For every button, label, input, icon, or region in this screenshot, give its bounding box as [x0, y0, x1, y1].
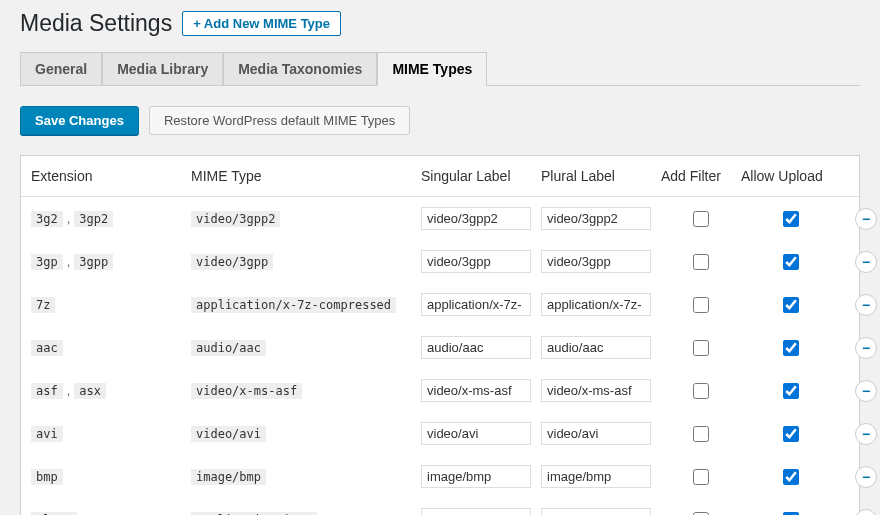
mime-cell: video/3gpp2: [191, 211, 421, 227]
allow-upload-checkbox[interactable]: [783, 383, 799, 399]
extension-tag: 3gp: [31, 254, 63, 270]
singular-label-input[interactable]: [421, 422, 531, 445]
mime-cell: video/3gpp: [191, 254, 421, 270]
remove-row-button[interactable]: −: [855, 466, 877, 488]
extension-tag: class: [31, 512, 77, 516]
remove-row-button[interactable]: −: [855, 509, 877, 516]
col-plural: Plural Label: [541, 168, 661, 184]
table-row: aacaudio/aac−: [21, 326, 859, 369]
add-filter-checkbox[interactable]: [693, 383, 709, 399]
allow-upload-checkbox[interactable]: [783, 512, 799, 516]
plural-label-input[interactable]: [541, 422, 651, 445]
extension-tag: 3gp2: [74, 211, 113, 227]
mime-cell: image/bmp: [191, 469, 421, 485]
table-row: classapplication/java−: [21, 498, 859, 515]
extension-cell: aac: [31, 340, 191, 356]
col-upload: Allow Upload: [741, 168, 841, 184]
mime-tag: video/avi: [191, 426, 266, 442]
extension-tag: bmp: [31, 469, 63, 485]
allow-upload-checkbox[interactable]: [783, 297, 799, 313]
mime-cell: application/java: [191, 512, 421, 516]
plural-label-input[interactable]: [541, 508, 651, 515]
extension-tag: asx: [74, 383, 106, 399]
allow-upload-checkbox[interactable]: [783, 340, 799, 356]
extension-cell: 7z: [31, 297, 191, 313]
plural-label-input[interactable]: [541, 293, 651, 316]
col-extension: Extension: [31, 168, 191, 184]
table-row: 3g2,3gp2video/3gpp2−: [21, 197, 859, 240]
extension-tag: avi: [31, 426, 63, 442]
mime-cell: video/x-ms-asf: [191, 383, 421, 399]
singular-label-input[interactable]: [421, 465, 531, 488]
col-mime: MIME Type: [191, 168, 421, 184]
add-filter-checkbox[interactable]: [693, 512, 709, 516]
table-row: asf,asxvideo/x-ms-asf−: [21, 369, 859, 412]
singular-label-input[interactable]: [421, 336, 531, 359]
plural-label-input[interactable]: [541, 207, 651, 230]
mime-tag: image/bmp: [191, 469, 266, 485]
extension-tag: asf: [31, 383, 63, 399]
allow-upload-checkbox[interactable]: [783, 469, 799, 485]
extension-cell: 3gp,3gpp: [31, 254, 191, 270]
singular-label-input[interactable]: [421, 250, 531, 273]
page-title: Media Settings: [20, 10, 172, 37]
extension-cell: class: [31, 512, 191, 516]
save-changes-button[interactable]: Save Changes: [20, 106, 139, 135]
tab-media-library[interactable]: Media Library: [102, 52, 223, 85]
tab-nav: GeneralMedia LibraryMedia TaxonomiesMIME…: [20, 52, 860, 86]
extension-cell: 3g2,3gp2: [31, 211, 191, 227]
extension-cell: asf,asx: [31, 383, 191, 399]
table-row: avivideo/avi−: [21, 412, 859, 455]
mime-types-table: Extension MIME Type Singular Label Plura…: [20, 155, 860, 515]
mime-cell: application/x-7z-compressed: [191, 297, 421, 313]
remove-row-button[interactable]: −: [855, 423, 877, 445]
extension-tag: 7z: [31, 297, 55, 313]
tab-mime-types[interactable]: MIME Types: [377, 52, 487, 86]
plural-label-input[interactable]: [541, 250, 651, 273]
extension-tag: 3gpp: [74, 254, 113, 270]
mime-cell: audio/aac: [191, 340, 421, 356]
remove-row-button[interactable]: −: [855, 294, 877, 316]
add-filter-checkbox[interactable]: [693, 297, 709, 313]
mime-tag: application/x-7z-compressed: [191, 297, 396, 313]
mime-tag: video/3gpp: [191, 254, 273, 270]
allow-upload-checkbox[interactable]: [783, 426, 799, 442]
singular-label-input[interactable]: [421, 207, 531, 230]
extension-cell: avi: [31, 426, 191, 442]
mime-tag: video/3gpp2: [191, 211, 280, 227]
singular-label-input[interactable]: [421, 379, 531, 402]
table-header-row: Extension MIME Type Singular Label Plura…: [21, 156, 859, 197]
mime-cell: video/avi: [191, 426, 421, 442]
plural-label-input[interactable]: [541, 336, 651, 359]
tab-general[interactable]: General: [20, 52, 102, 85]
extension-tag: aac: [31, 340, 63, 356]
extension-cell: bmp: [31, 469, 191, 485]
col-filter: Add Filter: [661, 168, 741, 184]
allow-upload-checkbox[interactable]: [783, 211, 799, 227]
mime-tag: video/x-ms-asf: [191, 383, 302, 399]
extension-tag: 3g2: [31, 211, 63, 227]
remove-row-button[interactable]: −: [855, 337, 877, 359]
plural-label-input[interactable]: [541, 465, 651, 488]
remove-row-button[interactable]: −: [855, 380, 877, 402]
table-row: 7zapplication/x-7z-compressed−: [21, 283, 859, 326]
singular-label-input[interactable]: [421, 293, 531, 316]
add-filter-checkbox[interactable]: [693, 426, 709, 442]
add-filter-checkbox[interactable]: [693, 340, 709, 356]
remove-row-button[interactable]: −: [855, 251, 877, 273]
allow-upload-checkbox[interactable]: [783, 254, 799, 270]
remove-row-button[interactable]: −: [855, 208, 877, 230]
col-singular: Singular Label: [421, 168, 541, 184]
mime-tag: audio/aac: [191, 340, 266, 356]
table-row: 3gp,3gppvideo/3gpp−: [21, 240, 859, 283]
tab-media-taxonomies[interactable]: Media Taxonomies: [223, 52, 377, 85]
add-filter-checkbox[interactable]: [693, 254, 709, 270]
add-filter-checkbox[interactable]: [693, 211, 709, 227]
add-mime-type-button[interactable]: + Add New MIME Type: [182, 11, 341, 36]
add-filter-checkbox[interactable]: [693, 469, 709, 485]
plural-label-input[interactable]: [541, 379, 651, 402]
table-row: bmpimage/bmp−: [21, 455, 859, 498]
singular-label-input[interactable]: [421, 508, 531, 515]
mime-tag: application/java: [191, 512, 317, 516]
restore-defaults-button[interactable]: Restore WordPress default MIME Types: [149, 106, 410, 135]
